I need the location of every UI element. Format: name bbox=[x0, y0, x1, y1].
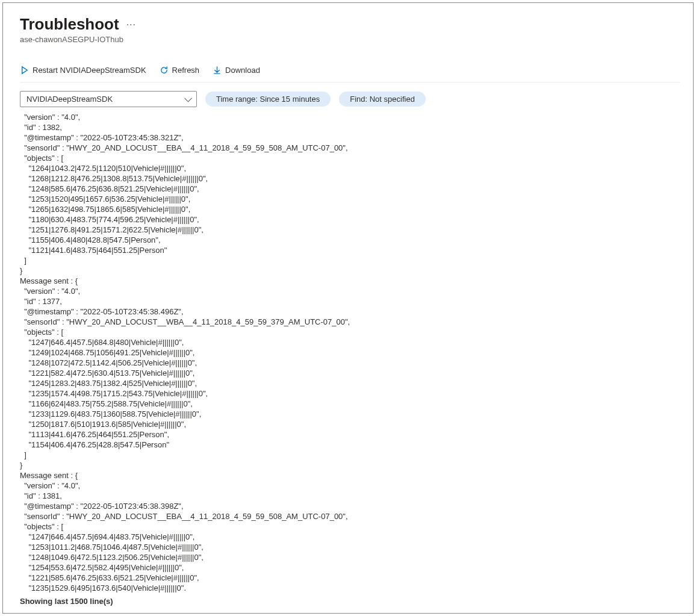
log-line: "sensorId" : "HWY_20_AND_LOCUST__EBA__4_… bbox=[20, 511, 680, 521]
log-line: "@timestamp" : "2022-05-10T23:45:38.321Z… bbox=[20, 132, 680, 143]
refresh-icon bbox=[160, 66, 169, 75]
more-icon[interactable]: ··· bbox=[126, 19, 136, 30]
log-line: "1235|1574.4|498.75|1715.2|543.75|Vehicl… bbox=[20, 388, 680, 399]
log-line: "objects" : [ bbox=[20, 153, 680, 163]
log-line: "1221|582.4|472.5|630.4|513.75|Vehicle|#… bbox=[20, 368, 680, 378]
log-line: "1247|646.4|457.5|684.8|480|Vehicle|#|||… bbox=[20, 337, 680, 347]
resource-subtitle: ase-chawonASEGPU-IOThub bbox=[20, 35, 680, 44]
log-line: ] bbox=[20, 450, 680, 460]
log-line: "version" : "4.0", bbox=[20, 286, 680, 296]
log-line: "1235|1529.6|495|1673.6|540|Vehicle|#|||… bbox=[20, 583, 680, 593]
log-line: "1245|1283.2|483.75|1382.4|525|Vehicle|#… bbox=[20, 378, 680, 388]
log-line: Message sent : { bbox=[20, 276, 680, 286]
restart-button[interactable]: Restart NVIDIADeepStreamSDK bbox=[20, 64, 146, 76]
log-line: ] bbox=[20, 255, 680, 266]
log-line: "1248|1049.6|472.5|1123.2|506.25|Vehicle… bbox=[20, 552, 680, 562]
log-line: "1265|1632|498.75|1865.6|585|Vehicle|#||… bbox=[20, 204, 680, 214]
log-line: Message sent : { bbox=[20, 470, 680, 481]
time-range-pill[interactable]: Time range: Since 15 minutes bbox=[205, 92, 331, 107]
log-line: "1113|441.6|476.25|464|551.25|Person", bbox=[20, 429, 680, 440]
log-line: } bbox=[20, 266, 680, 276]
log-line: "sensorId" : "HWY_20_AND_LOCUST__EBA__4_… bbox=[20, 143, 680, 153]
log-line: "@timestamp" : "2022-05-10T23:45:38.496Z… bbox=[20, 306, 680, 317]
download-button[interactable]: Download bbox=[213, 64, 260, 76]
log-line: "1264|1043.2|472.5|1120|510|Vehicle|#|||… bbox=[20, 163, 680, 173]
log-line: "@timestamp" : "2022-05-10T23:45:38.398Z… bbox=[20, 501, 680, 511]
panel-frame: Troubleshoot ··· ase-chawonASEGPU-IOThub… bbox=[2, 2, 694, 614]
log-line: "1253|1520|495|1657.6|536.25|Vehicle|#||… bbox=[20, 194, 680, 204]
log-line: "1180|630.4|483.75|774.4|596.25|Vehicle|… bbox=[20, 214, 680, 225]
module-dropdown[interactable]: NVIDIADeepStreamSDK bbox=[20, 91, 197, 107]
filters-row: NVIDIADeepStreamSDK Time range: Since 15… bbox=[20, 91, 680, 107]
find-pill[interactable]: Find: Not specified bbox=[339, 92, 426, 107]
log-line: "1248|585.6|476.25|636.8|521.25|Vehicle|… bbox=[20, 184, 680, 194]
log-line: "1233|1129.6|483.75|1360|588.75|Vehicle|… bbox=[20, 409, 680, 419]
log-line: "1166|624|483.75|755.2|588.75|Vehicle|#|… bbox=[20, 399, 680, 409]
footer-status: Showing last 1500 line(s) bbox=[20, 597, 680, 606]
log-line: "1248|1072|472.5|1142.4|506.25|Vehicle|#… bbox=[20, 358, 680, 368]
log-line: "version" : "4.0", bbox=[20, 112, 680, 122]
module-select[interactable]: NVIDIADeepStreamSDK bbox=[20, 91, 197, 107]
log-line: "1268|1212.8|476.25|1308.8|513.75|Vehicl… bbox=[20, 173, 680, 184]
log-line: "version" : "4.0", bbox=[20, 481, 680, 491]
log-line: "1253|1011.2|468.75|1046.4|487.5|Vehicle… bbox=[20, 542, 680, 552]
download-icon bbox=[213, 66, 222, 75]
log-line: "id" : 1381, bbox=[20, 491, 680, 501]
toolbar: Restart NVIDIADeepStreamSDK Refresh Down… bbox=[20, 64, 680, 82]
log-line: "1254|553.6|472.5|582.4|495|Vehicle|#|||… bbox=[20, 562, 680, 573]
log-output: "version" : "4.0", "id" : 1382, "@timest… bbox=[20, 112, 680, 593]
log-line: "1249|1024|468.75|1056|491.25|Vehicle|#|… bbox=[20, 347, 680, 358]
log-line: "1155|406.4|480|428.8|547.5|Person", bbox=[20, 235, 680, 245]
refresh-label: Refresh bbox=[172, 66, 200, 75]
log-line: "1121|441.6|483.75|464|551.25|Person" bbox=[20, 245, 680, 255]
log-line: "sensorId" : "HWY_20_AND_LOCUST__WBA__4_… bbox=[20, 317, 680, 327]
log-line: } bbox=[20, 460, 680, 470]
log-line: "objects" : [ bbox=[20, 521, 680, 532]
log-line: "1247|646.4|457.5|694.4|483.75|Vehicle|#… bbox=[20, 532, 680, 542]
log-line: "1154|406.4|476.25|428.8|547.5|Person" bbox=[20, 440, 680, 450]
log-line: "1251|1276.8|491.25|1571.2|622.5|Vehicle… bbox=[20, 225, 680, 235]
log-line: "1250|1817.6|510|1913.6|585|Vehicle|#|||… bbox=[20, 419, 680, 429]
play-icon bbox=[20, 66, 29, 75]
download-label: Download bbox=[225, 66, 260, 75]
refresh-button[interactable]: Refresh bbox=[160, 64, 200, 76]
log-line: "objects" : [ bbox=[20, 327, 680, 337]
page-title: Troubleshoot bbox=[20, 15, 119, 34]
restart-label: Restart NVIDIADeepStreamSDK bbox=[33, 66, 146, 75]
header-row: Troubleshoot ··· bbox=[20, 15, 680, 34]
log-line: "id" : 1377, bbox=[20, 296, 680, 306]
log-line: "id" : 1382, bbox=[20, 122, 680, 132]
log-line: "1221|585.6|476.25|633.6|521.25|Vehicle|… bbox=[20, 573, 680, 583]
